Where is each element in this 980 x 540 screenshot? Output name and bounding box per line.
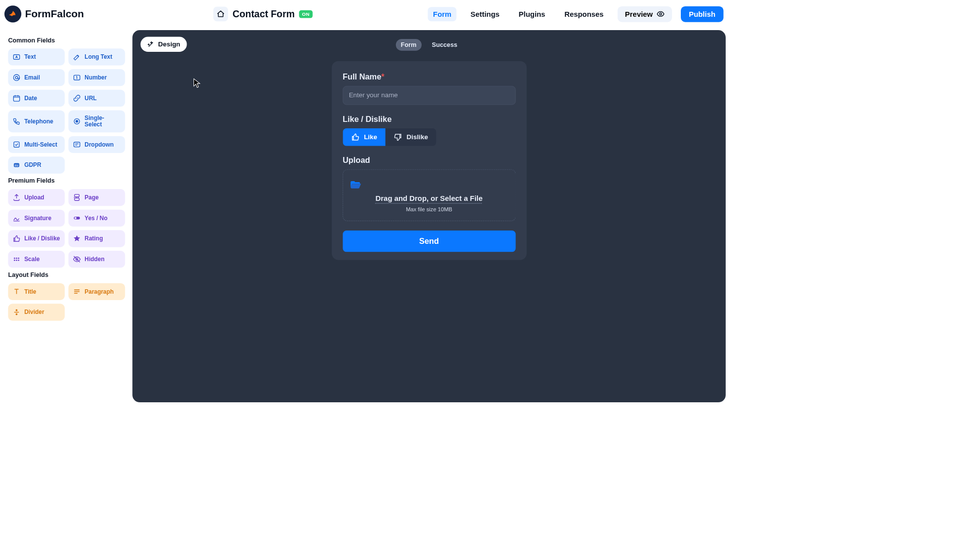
submit-button[interactable]: Send (343, 231, 515, 252)
field-label: GDPR (24, 162, 41, 168)
field-page[interactable]: Page (69, 189, 125, 206)
field-upload[interactable]: Upload (8, 189, 65, 206)
divide-icon (12, 308, 20, 316)
field-label: Telephone (24, 118, 53, 124)
field-date[interactable]: Date (8, 90, 65, 107)
field-paragraph[interactable]: Paragraph (69, 283, 125, 300)
field-label: Like / Dislike (24, 235, 60, 242)
scale-dots-icon (12, 255, 20, 263)
tab-responses[interactable]: Responses (559, 7, 609, 21)
field-label: Email (24, 74, 40, 80)
dislike-label: Dislike (407, 133, 428, 141)
field-label: Text (24, 54, 36, 60)
preview-button[interactable]: Preview (618, 6, 672, 22)
field-gdpr[interactable]: EUGDPR (8, 156, 65, 173)
page-break-icon (73, 193, 81, 201)
tab-form[interactable]: Form (428, 7, 457, 21)
label-upload: Upload (343, 155, 515, 165)
home-button[interactable] (213, 6, 228, 21)
at-icon (12, 74, 20, 81)
folder-open-icon (349, 179, 361, 190)
pencil-text-icon (73, 53, 81, 61)
field-label: Dropdown (84, 141, 114, 148)
design-button[interactable]: Design (141, 37, 187, 52)
svg-point-15 (75, 217, 77, 219)
number-one-icon (73, 74, 81, 81)
section-layout-title: Layout Fields (8, 271, 125, 279)
field-rating[interactable]: Rating (69, 230, 125, 247)
falcon-icon (4, 5, 21, 22)
form-canvas[interactable]: Design Form Success Full Name* Like / Di… (132, 30, 726, 402)
segment-success[interactable]: Success (427, 39, 462, 51)
field-long-text[interactable]: Long Text (69, 48, 125, 65)
like-button[interactable]: Like (343, 128, 385, 146)
like-label: Like (364, 133, 377, 141)
label-like-dislike: Like / Dislike (343, 115, 515, 124)
heading-t-icon (12, 288, 20, 296)
field-label: Long Text (84, 54, 112, 60)
checkbox-icon (12, 141, 20, 149)
field-url[interactable]: URL (69, 90, 125, 107)
field-like-dislike[interactable]: Like / Dislike (8, 230, 65, 247)
field-label: Single-Select (84, 115, 120, 128)
page-title: Contact Form (233, 8, 295, 20)
segment-form[interactable]: Form (395, 39, 422, 51)
list-box-icon (73, 141, 81, 149)
field-label: Paragraph (84, 288, 114, 295)
field-label: URL (84, 95, 97, 101)
radio-dot-icon (73, 117, 81, 125)
svg-point-3 (15, 77, 18, 79)
signature-icon (12, 214, 20, 222)
drop-subtitle: Max file size 10MB (349, 206, 510, 213)
field-text[interactable]: Text (8, 48, 65, 65)
calendar-icon (12, 94, 20, 102)
brand-name: FormFalcon (25, 8, 84, 20)
field-hidden[interactable]: Hidden (69, 251, 125, 268)
thumb-up-icon (12, 234, 20, 242)
preview-label: Preview (625, 10, 653, 18)
tab-settings[interactable]: Settings (466, 7, 505, 21)
input-full-name[interactable] (343, 86, 515, 105)
link-icon (73, 94, 81, 102)
mouse-cursor-icon (193, 78, 201, 89)
field-number[interactable]: Number (69, 69, 125, 86)
eu-badge-icon: EU (12, 161, 20, 169)
phone-icon (12, 117, 20, 125)
dislike-button[interactable]: Dislike (385, 128, 436, 146)
paragraph-lines-icon (73, 288, 81, 296)
home-icon (217, 10, 225, 18)
svg-point-18 (18, 258, 19, 259)
publish-button[interactable]: Publish (681, 6, 724, 22)
field-single-select[interactable]: Single-Select (69, 111, 125, 133)
svg-point-16 (14, 258, 15, 259)
brand-logo[interactable]: FormFalcon (4, 5, 84, 22)
upload-icon (12, 193, 20, 201)
text-a-icon (12, 53, 20, 61)
field-dropdown[interactable]: Dropdown (69, 136, 125, 153)
field-yes-no[interactable]: Yes / No (69, 210, 125, 227)
svg-rect-8 (14, 142, 19, 147)
svg-point-2 (13, 75, 19, 80)
field-label: Divider (24, 309, 44, 315)
status-badge: ON (299, 10, 313, 18)
upload-dropzone[interactable]: Drag and Drop, or Select a File Max file… (343, 169, 515, 221)
field-signature[interactable]: Signature (8, 210, 65, 227)
design-label: Design (158, 40, 180, 48)
field-email[interactable]: Email (8, 69, 65, 86)
section-premium-title: Premium Fields (8, 177, 125, 185)
field-label: Rating (84, 235, 103, 242)
field-label: Page (84, 194, 98, 200)
tab-plugins[interactable]: Plugins (513, 7, 550, 21)
field-label: Multi-Select (24, 141, 57, 148)
field-telephone[interactable]: Telephone (8, 111, 65, 133)
field-multi-select[interactable]: Multi-Select (8, 136, 65, 153)
svg-point-24 (16, 314, 17, 315)
field-title[interactable]: Title (8, 283, 65, 300)
field-scale[interactable]: Scale (8, 251, 65, 268)
svg-point-0 (660, 13, 662, 15)
eye-off-icon (73, 255, 81, 263)
svg-rect-13 (75, 198, 79, 200)
field-divider[interactable]: Divider (8, 304, 65, 320)
field-label: Date (24, 95, 37, 101)
drop-title: Drag and Drop, or Select a File (349, 194, 510, 202)
